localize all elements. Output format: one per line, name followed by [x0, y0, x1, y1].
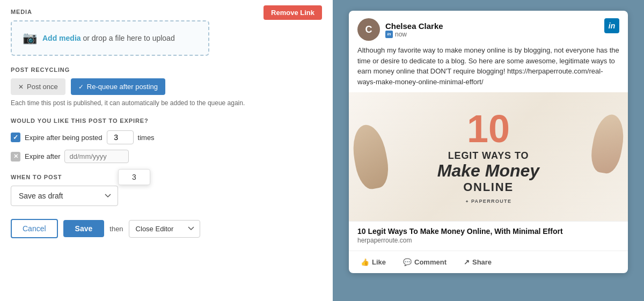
upload-bold-text: Add media: [42, 34, 81, 42]
image-content: 10 LEGIT WAYS TO Make Money ONLINE ✦ PAP…: [427, 99, 550, 215]
media-upload-area[interactable]: 📷 Add media or drop a file here to uploa…: [11, 20, 209, 56]
expire-number-dropdown: 3: [118, 169, 150, 185]
expire-date-label: Expire after: [25, 152, 60, 160]
link-domain: herpaperroute.com: [357, 237, 619, 244]
expire-question: WOULD YOU LIKE THIS POST TO EXPIRE?: [11, 118, 322, 124]
time-text: now: [395, 31, 407, 38]
linkedin-preview-card: C Chelsea Clarke in now in Although my f…: [349, 11, 628, 273]
save-button[interactable]: Save: [63, 220, 105, 237]
image-big-number: 10: [437, 109, 539, 148]
expire-checked-row: Expire after being posted times: [11, 130, 322, 144]
when-to-post-select[interactable]: Save as draft Add to queue Schedule: [11, 186, 118, 206]
recycling-note: Each time this post is published, it can…: [11, 99, 322, 107]
user-name: Chelsea Clarke: [385, 21, 619, 31]
shell-decoration-right: [588, 112, 627, 175]
share-label: Share: [472, 258, 492, 266]
expire-number-input[interactable]: [107, 130, 134, 144]
like-label: Like: [372, 258, 386, 266]
avatar: C: [357, 18, 380, 41]
comment-icon: 💬: [403, 258, 412, 266]
bottom-actions: Cancel Save then Close Editor Create Ano…: [11, 219, 322, 238]
expire-date-input[interactable]: [64, 150, 129, 163]
cancel-button[interactable]: Cancel: [11, 219, 58, 238]
requeue-label: Re-queue after posting: [87, 83, 158, 91]
image-brand: ✦ PAPERROUTE: [437, 199, 539, 204]
link-preview: 10 Legit Ways To Make Money Online, With…: [349, 221, 628, 251]
recycling-label: POST RECYCLING: [11, 67, 322, 73]
recycling-section: POST RECYCLING ✕ Post once ✓ Re-queue af…: [11, 67, 322, 107]
card-actions: 👍 Like 💬 Comment ↗ Share: [349, 251, 628, 273]
dropdown-option-3[interactable]: 3: [119, 170, 150, 185]
expire-date-row: Expire after: [11, 150, 322, 163]
requeue-button[interactable]: ✓ Re-queue after posting: [71, 78, 165, 95]
card-header: C Chelsea Clarke in now in: [349, 11, 628, 45]
expire-section: WOULD YOU LIKE THIS POST TO EXPIRE? Expi…: [11, 118, 322, 163]
post-time: in now: [385, 31, 619, 38]
shell-decoration-left: [349, 122, 392, 192]
expire-posts-checkbox[interactable]: [11, 133, 20, 142]
expire-times-label: times: [138, 134, 155, 142]
post-text: Although my favorite way to make money o…: [349, 45, 628, 92]
remove-link-button[interactable]: Remove Link: [264, 5, 322, 20]
camera-icon: 📷: [23, 31, 37, 45]
then-label: then: [109, 225, 123, 233]
image-line2: Make Money: [437, 161, 539, 180]
expire-date-checkbox[interactable]: [11, 152, 20, 161]
image-line3: ONLINE: [437, 180, 539, 194]
after-save-select[interactable]: Close Editor Create Another: [129, 220, 200, 238]
user-info: Chelsea Clarke in now: [385, 21, 619, 38]
check-icon: ✓: [78, 83, 84, 91]
comment-button[interactable]: 💬 Comment: [396, 254, 454, 270]
share-icon: ↗: [464, 258, 470, 266]
expire-checked-label: Expire after being posted: [25, 134, 103, 142]
linkedin-badge: in: [385, 31, 393, 38]
media-upload-text: Add media or drop a file here to upload: [42, 34, 175, 42]
link-title: 10 Legit Ways To Make Money Online, With…: [357, 227, 619, 236]
left-panel: Remove Link MEDIA 📷 Add media or drop a …: [0, 0, 333, 301]
recycling-buttons: ✕ Post once ✓ Re-queue after posting: [11, 78, 322, 95]
when-to-post-label: WHEN TO POST: [11, 174, 322, 180]
right-panel: C Chelsea Clarke in now in Although my f…: [333, 0, 644, 301]
share-button[interactable]: ↗ Share: [456, 254, 499, 270]
like-button[interactable]: 👍 Like: [353, 254, 393, 270]
upload-rest-text: or drop a file here to upload: [81, 34, 175, 42]
when-to-post-section: WHEN TO POST Save as draft Add to queue …: [11, 174, 322, 206]
comment-label: Comment: [414, 258, 447, 266]
post-image: 10 LEGIT WAYS TO Make Money ONLINE ✦ PAP…: [349, 92, 628, 221]
x-icon: ✕: [18, 83, 24, 91]
linkedin-icon: in: [604, 18, 619, 33]
image-line1: LEGIT WAYS TO: [437, 150, 539, 162]
post-once-button[interactable]: ✕ Post once: [11, 78, 65, 95]
thumbs-up-icon: 👍: [361, 258, 369, 266]
post-once-label: Post once: [27, 83, 58, 91]
